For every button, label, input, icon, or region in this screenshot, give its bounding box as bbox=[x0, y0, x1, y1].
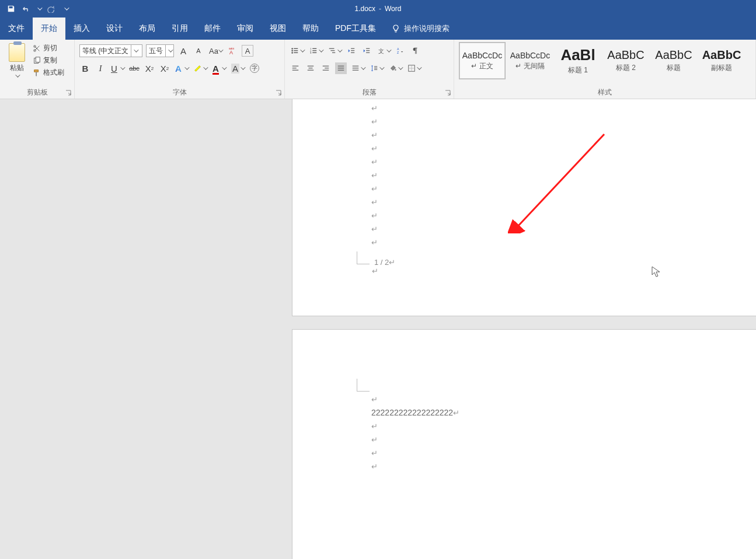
style-tile-2[interactable]: AaBl标题 1 bbox=[555, 42, 601, 79]
style-tile-1[interactable]: AaBbCcDc↵ 无间隔 bbox=[507, 42, 553, 79]
style-tile-3[interactable]: AaBbC标题 2 bbox=[602, 42, 649, 79]
format-painter-button[interactable]: 格式刷 bbox=[33, 68, 64, 78]
save-icon[interactable] bbox=[7, 5, 15, 13]
sort-button[interactable]: AZ bbox=[395, 45, 406, 57]
font-size-dropdown-icon[interactable] bbox=[165, 45, 173, 57]
tab-view[interactable]: 视图 bbox=[262, 18, 294, 40]
bullets-icon bbox=[291, 47, 299, 55]
grow-font-button[interactable]: A bbox=[177, 45, 189, 57]
svg-rect-40 bbox=[338, 68, 344, 68]
change-case-button[interactable]: Aa bbox=[208, 45, 223, 57]
paste-button[interactable]: 粘贴 bbox=[5, 42, 29, 78]
tab-mail[interactable]: 邮件 bbox=[196, 18, 229, 40]
page-2[interactable]: ↵ 222222222222222222↵ ↵↵↵↵ bbox=[292, 329, 756, 559]
style-preview: AaBbCcDc bbox=[462, 51, 502, 60]
tab-review[interactable]: 审阅 bbox=[229, 18, 262, 40]
tab-design[interactable]: 设计 bbox=[98, 18, 131, 40]
asian-layout-button[interactable]: 文 bbox=[376, 45, 391, 57]
tab-home[interactable]: 开始 bbox=[33, 18, 65, 40]
group-font: 等线 (中文正文 五号 A A Aa wénA A B I U abc X2 X… bbox=[75, 40, 285, 99]
clipboard-dialog-launcher[interactable] bbox=[65, 89, 72, 96]
style-label: 标题 1 bbox=[568, 65, 588, 75]
style-tile-5[interactable]: AaBbC副标题 bbox=[698, 42, 745, 79]
enclose-char-button[interactable]: 字 bbox=[249, 62, 260, 74]
font-family-combo[interactable]: 等线 (中文正文 bbox=[79, 44, 142, 57]
align-right-button[interactable] bbox=[320, 62, 332, 74]
multilevel-list-button[interactable] bbox=[327, 45, 342, 57]
decrease-indent-button[interactable] bbox=[346, 45, 357, 57]
document-area[interactable]: ↵↵↵↵↵↵↵↵↵↵↵ 1 / 2↵↵ ↵ 222222222222222222… bbox=[0, 99, 756, 559]
svg-rect-15 bbox=[312, 50, 316, 51]
svg-rect-43 bbox=[353, 68, 359, 68]
page1-paragraph-marks: ↵↵↵↵↵↵↵↵↵↵↵ bbox=[371, 102, 378, 249]
tab-references[interactable]: 引用 bbox=[163, 18, 196, 40]
style-label: ↵ 正文 bbox=[471, 61, 493, 71]
undo-icon[interactable] bbox=[21, 5, 32, 13]
svg-rect-32 bbox=[292, 70, 299, 71]
copy-button[interactable]: 复制 bbox=[33, 55, 64, 65]
superscript-button[interactable]: X2 bbox=[159, 62, 170, 74]
qat-customize-icon[interactable] bbox=[64, 5, 69, 10]
style-tile-0[interactable]: AaBbCcDc↵ 正文 bbox=[459, 42, 506, 79]
borders-button[interactable] bbox=[406, 62, 421, 74]
clear-formatting-button[interactable]: A bbox=[242, 45, 253, 57]
svg-rect-42 bbox=[353, 66, 359, 67]
paragraph-dialog-launcher[interactable] bbox=[444, 89, 451, 96]
font-dialog-launcher[interactable] bbox=[275, 89, 282, 96]
font-color-button[interactable]: A bbox=[211, 62, 227, 74]
underline-button[interactable]: U bbox=[110, 62, 125, 74]
svg-rect-18 bbox=[329, 48, 335, 49]
tab-help[interactable]: 帮助 bbox=[294, 18, 327, 40]
svg-text:Z: Z bbox=[397, 51, 399, 54]
format-painter-label: 格式刷 bbox=[43, 68, 64, 78]
shrink-font-button[interactable]: A bbox=[193, 45, 204, 57]
svg-text:文: 文 bbox=[378, 48, 384, 54]
text-effects-button[interactable]: A bbox=[174, 62, 189, 74]
distribute-button[interactable] bbox=[350, 62, 365, 74]
page-1[interactable]: ↵↵↵↵↵↵↵↵↵↵↵ 1 / 2↵↵ bbox=[292, 99, 756, 316]
bullets-button[interactable] bbox=[290, 45, 305, 57]
svg-rect-36 bbox=[323, 66, 329, 67]
svg-rect-31 bbox=[292, 68, 297, 68]
bold-button[interactable]: B bbox=[79, 62, 91, 74]
align-left-button[interactable] bbox=[290, 62, 301, 74]
style-label: 副标题 bbox=[711, 63, 732, 73]
char-shading-icon: A bbox=[231, 64, 239, 74]
numbering-button[interactable]: 123 bbox=[308, 45, 323, 57]
tab-pdf[interactable]: PDF工具集 bbox=[327, 18, 384, 40]
show-marks-button[interactable] bbox=[410, 45, 421, 57]
align-justify-button[interactable] bbox=[335, 62, 347, 74]
font-size-combo[interactable]: 五号 bbox=[146, 44, 174, 57]
phonetic-guide-button[interactable]: wénA bbox=[227, 45, 238, 57]
highlight-button[interactable] bbox=[193, 62, 208, 74]
line-spacing-button[interactable] bbox=[369, 62, 384, 74]
align-center-button[interactable] bbox=[305, 62, 316, 74]
svg-rect-30 bbox=[292, 66, 299, 67]
paste-dropdown-icon[interactable] bbox=[15, 72, 20, 77]
redo-icon[interactable] bbox=[47, 5, 56, 13]
svg-rect-23 bbox=[351, 53, 354, 53]
italic-button[interactable]: I bbox=[95, 62, 106, 74]
font-family-dropdown-icon[interactable] bbox=[131, 45, 139, 57]
style-preview: AaBl bbox=[560, 46, 595, 64]
styles-gallery[interactable]: AaBbCcDc↵ 正文AaBbCcDc↵ 无间隔AaBl标题 1AaBbC标题… bbox=[459, 42, 751, 79]
subscript-button[interactable]: X2 bbox=[144, 62, 155, 74]
undo-dropdown-icon[interactable] bbox=[37, 5, 42, 10]
svg-rect-35 bbox=[308, 70, 314, 71]
strikethrough-button[interactable]: abc bbox=[128, 62, 140, 74]
svg-rect-17 bbox=[312, 53, 316, 53]
indent-icon bbox=[363, 47, 371, 55]
tell-me-search[interactable]: 操作说明搜索 bbox=[384, 18, 457, 40]
cut-button[interactable]: 剪切 bbox=[33, 43, 64, 53]
tab-layout[interactable]: 布局 bbox=[131, 18, 163, 40]
char-shading-button[interactable]: A bbox=[230, 62, 245, 74]
svg-rect-48 bbox=[374, 67, 377, 67]
increase-indent-button[interactable] bbox=[361, 45, 372, 57]
tab-insert[interactable]: 插入 bbox=[65, 18, 98, 40]
svg-rect-13 bbox=[312, 48, 316, 49]
line-spacing-icon bbox=[370, 64, 378, 72]
align-center-icon bbox=[306, 64, 315, 72]
shading-button[interactable] bbox=[388, 62, 403, 74]
style-tile-4[interactable]: AaBbC标题 bbox=[650, 42, 697, 79]
tab-file[interactable]: 文件 bbox=[0, 18, 33, 40]
